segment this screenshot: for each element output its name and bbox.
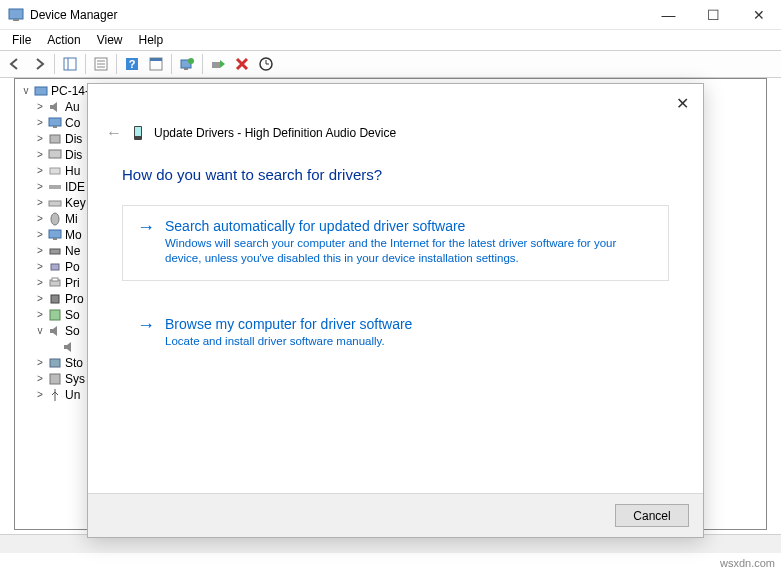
menu-file[interactable]: File (4, 31, 39, 49)
watermark: wsxdn.com (720, 557, 775, 569)
show-hide-tree-button[interactable] (59, 53, 81, 75)
svg-rect-29 (51, 264, 59, 270)
system-icon (47, 371, 63, 387)
svg-rect-18 (49, 118, 61, 126)
svg-rect-32 (51, 295, 59, 303)
svg-rect-0 (9, 9, 23, 19)
software-icon (47, 307, 63, 323)
enable-device-button[interactable] (207, 53, 229, 75)
toolbar: ? (0, 50, 781, 78)
port-icon (47, 259, 63, 275)
svg-rect-33 (50, 310, 60, 320)
option-search-automatically[interactable]: → Search automatically for updated drive… (122, 205, 669, 281)
menu-view[interactable]: View (89, 31, 131, 49)
svg-rect-28 (50, 249, 60, 254)
help-button[interactable]: ? (121, 53, 143, 75)
svg-rect-26 (49, 230, 61, 238)
maximize-button[interactable]: ☐ (691, 0, 736, 29)
svg-rect-13 (184, 68, 188, 70)
storage-icon (47, 355, 63, 371)
dialog-prompt: How do you want to search for drivers? (88, 150, 703, 193)
option-browse-computer[interactable]: → Browse my computer for driver software… (122, 303, 669, 364)
menubar: File Action View Help (0, 30, 781, 50)
uninstall-button[interactable] (231, 53, 253, 75)
cpu-icon (47, 291, 63, 307)
hid-icon (47, 163, 63, 179)
dialog-close-button[interactable]: ✕ (667, 90, 697, 116)
dialog-footer: Cancel (88, 493, 703, 537)
window-title: Device Manager (30, 8, 646, 22)
arrow-right-icon: → (137, 316, 155, 349)
svg-rect-1 (13, 19, 19, 21)
device-icon (130, 125, 146, 141)
svg-rect-34 (50, 359, 60, 367)
dialog-header: ← Update Drivers - High Definition Audio… (88, 84, 703, 150)
speaker-icon (47, 99, 63, 115)
ide-icon (47, 179, 63, 195)
update-drivers-dialog: ✕ ← Update Drivers - High Definition Aud… (87, 83, 704, 538)
svg-rect-24 (49, 201, 61, 206)
svg-rect-22 (50, 168, 60, 174)
dialog-title: Update Drivers - High Definition Audio D… (154, 126, 396, 140)
option-title: Search automatically for updated driver … (165, 218, 654, 234)
mouse-icon (47, 211, 63, 227)
keyboard-icon (47, 195, 63, 211)
menu-action[interactable]: Action (39, 31, 88, 49)
display-icon (47, 147, 63, 163)
svg-rect-2 (64, 58, 76, 70)
network-icon (47, 243, 63, 259)
scan-hardware-button[interactable] (255, 53, 277, 75)
monitor-icon (47, 227, 63, 243)
separator (116, 54, 117, 74)
svg-rect-20 (50, 135, 60, 143)
svg-text:?: ? (129, 58, 136, 70)
disk-icon (47, 131, 63, 147)
usb-icon (47, 387, 63, 403)
svg-rect-23 (49, 185, 61, 189)
svg-rect-21 (49, 150, 61, 158)
separator (171, 54, 172, 74)
svg-point-14 (188, 58, 194, 64)
speaker-icon (47, 323, 63, 339)
dialog-back-icon: ← (106, 124, 122, 142)
update-driver-button[interactable] (176, 53, 198, 75)
separator (202, 54, 203, 74)
monitor-icon (47, 115, 63, 131)
minimize-button[interactable]: — (646, 0, 691, 29)
svg-rect-27 (53, 238, 57, 240)
svg-rect-37 (135, 127, 141, 136)
svg-rect-17 (35, 87, 47, 95)
app-icon (8, 7, 24, 23)
arrow-right-icon: → (137, 218, 155, 266)
printer-icon (47, 275, 63, 291)
svg-rect-15 (212, 62, 220, 68)
option-title: Browse my computer for driver software (165, 316, 412, 332)
svg-rect-31 (52, 278, 58, 281)
option-description: Windows will search your computer and th… (165, 236, 654, 266)
nav-forward-button[interactable] (28, 53, 50, 75)
action-sheet-button[interactable] (145, 53, 167, 75)
cancel-button[interactable]: Cancel (615, 504, 689, 527)
svg-rect-19 (53, 126, 57, 128)
svg-point-25 (51, 213, 59, 225)
separator (85, 54, 86, 74)
nav-back-button[interactable] (4, 53, 26, 75)
separator (54, 54, 55, 74)
option-description: Locate and install driver software manua… (165, 334, 412, 349)
svg-rect-35 (50, 374, 60, 384)
close-button[interactable]: ✕ (736, 0, 781, 29)
svg-rect-11 (150, 58, 162, 61)
properties-button[interactable] (90, 53, 112, 75)
menu-help[interactable]: Help (131, 31, 172, 49)
titlebar: Device Manager — ☐ ✕ (0, 0, 781, 30)
